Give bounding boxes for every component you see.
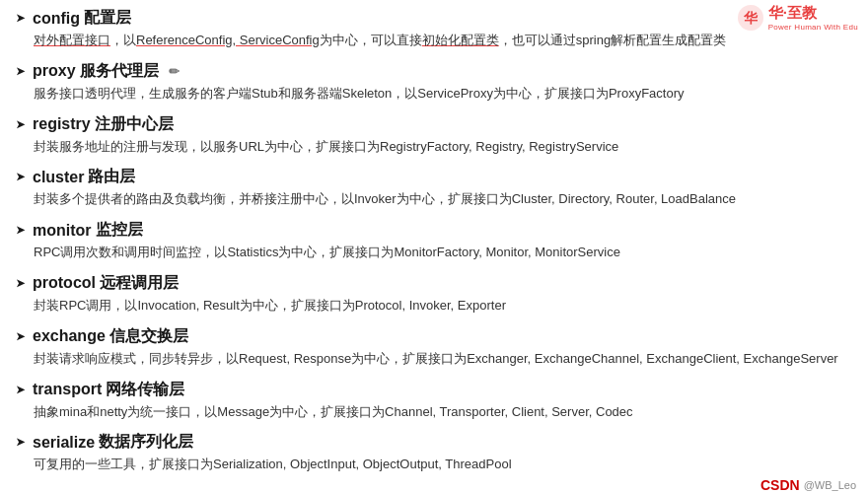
layer-title-protocol: ➤protocol 远程调用层 [16, 273, 852, 294]
layer-name-en-serialize: serialize [33, 434, 95, 452]
layer-desc-registry: 封装服务地址的注册与发现，以服务URL为中心，扩展接口为RegistryFact… [34, 137, 852, 158]
logo-main: 华·至教 [768, 4, 858, 23]
layers-container: ➤config 配置层对外配置接口，以ReferenceConfig, Serv… [16, 8, 852, 475]
layer-name-en-config: config [33, 10, 80, 28]
layer-title-proxy: ➤proxy 服务代理层✏ [16, 61, 852, 82]
layer-desc-serialize: 可复用的一些工具，扩展接口为Serialization, ObjectInput… [34, 455, 852, 475]
author-label: @WB_Leo [804, 479, 856, 491]
layer-desc-cluster: 封装多个提供者的路由及负载均衡，并桥接注册中心，以Invoker为中心，扩展接口… [34, 189, 852, 210]
layer-name-en-protocol: protocol [33, 274, 96, 292]
edit-icon-proxy: ✏ [169, 64, 180, 79]
layer-desc-transport: 抽象mina和netty为统一接口，以Message为中心，扩展接口为Chann… [34, 402, 852, 423]
layer-desc-exchange: 封装请求响应模式，同步转异步，以Request, Response为中心，扩展接… [34, 349, 852, 370]
layer-name-zh-exchange: 信息交换层 [109, 326, 188, 347]
layer-title-cluster: ➤cluster 路由层 [16, 167, 852, 187]
layer-item-transport: ➤transport 网络传输层抽象mina和netty为统一接口，以Messa… [16, 380, 852, 423]
layer-name-zh-protocol: 远程调用层 [100, 273, 179, 294]
layer-name-zh-monitor: 监控层 [96, 220, 143, 241]
arrow-icon-cluster: ➤ [16, 171, 25, 183]
layer-name-zh-proxy: 服务代理层 [80, 61, 159, 82]
logo-icon: 华 [737, 4, 764, 32]
layer-name-zh-registry: 注册中心层 [95, 114, 174, 135]
arrow-icon-proxy: ➤ [16, 65, 25, 78]
layer-name-en-proxy: proxy [33, 62, 76, 80]
layer-name-zh-cluster: 路由层 [88, 167, 135, 187]
layer-item-proxy: ➤proxy 服务代理层✏服务接口透明代理，生成服务的客户端Stub和服务器端S… [16, 61, 852, 105]
layer-name-en-transport: transport [33, 381, 102, 398]
layer-desc-proxy: 服务接口透明代理，生成服务的客户端Stub和服务器端Skeleton，以Serv… [34, 84, 852, 105]
layer-title-transport: ➤transport 网络传输层 [16, 380, 852, 400]
layer-item-protocol: ➤protocol 远程调用层封装RPC调用，以Invocation, Resu… [16, 273, 852, 317]
arrow-icon-config: ➤ [16, 12, 25, 25]
layer-desc-protocol: 封装RPC调用，以Invocation, Result为中心，扩展接口为Prot… [34, 296, 852, 317]
layer-name-zh-serialize: 数据序列化层 [99, 432, 193, 453]
arrow-icon-exchange: ➤ [16, 330, 25, 343]
csdn-badge: CSDN @WB_Leo [760, 477, 856, 493]
main-container: 华 华·至教 Power Human With Edu ➤config 配置层对… [0, 0, 868, 493]
layer-name-en-cluster: cluster [33, 169, 84, 186]
layer-desc-monitor: RPC调用次数和调用时间监控，以Statistics为中心，扩展接口为Monit… [34, 243, 852, 263]
layer-name-zh-config: 配置层 [84, 8, 131, 29]
layer-item-exchange: ➤exchange 信息交换层封装请求响应模式，同步转异步，以Request, … [16, 326, 852, 370]
logo-sub: Power Human With Edu [768, 23, 858, 32]
logo-area: 华 华·至教 Power Human With Edu [727, 0, 868, 35]
arrow-icon-protocol: ➤ [16, 277, 25, 290]
layer-name-en-registry: registry [33, 115, 91, 133]
csdn-logo: CSDN [760, 477, 800, 493]
layer-title-serialize: ➤serialize 数据序列化层 [16, 432, 852, 453]
layer-name-en-monitor: monitor [33, 222, 92, 240]
layer-title-exchange: ➤exchange 信息交换层 [16, 326, 852, 347]
arrow-icon-transport: ➤ [16, 384, 25, 396]
arrow-icon-registry: ➤ [16, 118, 25, 131]
layer-name-zh-transport: 网络传输层 [106, 380, 184, 400]
svg-text:华: 华 [743, 10, 759, 26]
layer-item-cluster: ➤cluster 路由层封装多个提供者的路由及负载均衡，并桥接注册中心，以Inv… [16, 167, 852, 210]
layer-title-monitor: ➤monitor 监控层 [16, 220, 852, 241]
arrow-icon-monitor: ➤ [16, 224, 25, 237]
layer-item-registry: ➤registry 注册中心层封装服务地址的注册与发现，以服务URL为中心，扩展… [16, 114, 852, 158]
arrow-icon-serialize: ➤ [16, 436, 25, 449]
layer-name-en-exchange: exchange [33, 327, 106, 345]
layer-title-registry: ➤registry 注册中心层 [16, 114, 852, 135]
layer-item-monitor: ➤monitor 监控层RPC调用次数和调用时间监控，以Statistics为中… [16, 220, 852, 263]
layer-item-serialize: ➤serialize 数据序列化层可复用的一些工具，扩展接口为Serializa… [16, 432, 852, 475]
